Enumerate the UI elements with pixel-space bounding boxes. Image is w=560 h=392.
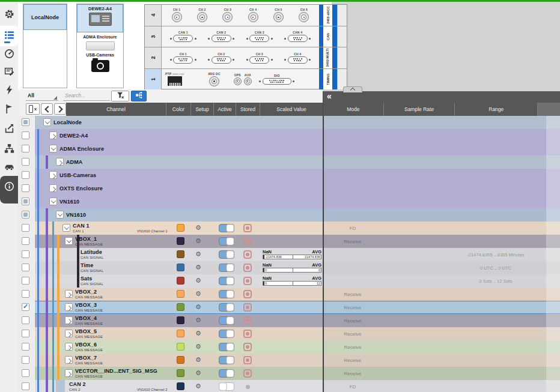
active-toggle[interactable]: [219, 290, 234, 298]
row-checkbox[interactable]: [22, 343, 29, 351]
row-checkbox[interactable]: [22, 277, 29, 285]
stored-indicator[interactable]: [243, 290, 252, 298]
collapse-panel-button[interactable]: «: [327, 91, 331, 101]
color-swatch[interactable]: [177, 356, 184, 364]
row-checkbox[interactable]: [22, 184, 29, 192]
expand-node-icon[interactable]: [65, 343, 73, 351]
column-options-button[interactable]: x: [26, 103, 40, 115]
range-cell[interactable]: 0 Sats .. 12 Sats: [454, 274, 537, 288]
mode-cell[interactable]: Receive: [324, 301, 382, 314]
device-row[interactable]: USB-Cameras: [18, 169, 560, 182]
active-toggle[interactable]: [219, 277, 234, 285]
device-card[interactable]: DEWE2-A4 ADMA Enclosure USB-Cameras: [76, 4, 124, 88]
signal-row[interactable]: SatsCAN SIGNAL⚙NaNAVG0120 Sats .. 12 Sat…: [18, 274, 560, 288]
expand-node-icon[interactable]: [56, 158, 64, 166]
stored-indicator[interactable]: [243, 277, 252, 285]
setup-gear-icon[interactable]: ⚙: [195, 356, 201, 364]
adma-enclosure-item[interactable]: ADMA Enclosure: [77, 32, 123, 50]
stored-indicator[interactable]: [243, 250, 252, 259]
setup-gear-icon[interactable]: ⚙: [195, 382, 201, 390]
channel-row[interactable]: CAN 1CAN 1VN1610 Channel 1⚙FD: [18, 222, 560, 235]
header-scaled-value[interactable]: Scaled Value: [260, 103, 323, 116]
row-checkbox[interactable]: [22, 303, 29, 311]
device-row[interactable]: VN1610: [18, 195, 560, 208]
header-color[interactable]: Color: [166, 103, 190, 116]
header-active[interactable]: Active: [213, 103, 236, 116]
color-swatch[interactable]: [177, 277, 184, 285]
row-checkbox[interactable]: [22, 224, 29, 232]
color-swatch[interactable]: [177, 264, 184, 271]
setup-gear-icon[interactable]: ⚙: [195, 290, 201, 298]
color-swatch[interactable]: [177, 290, 184, 298]
expand-node-icon[interactable]: [49, 171, 57, 179]
channel-row[interactable]: VBOX_7CAN MESSAGE⚙Receive: [18, 354, 560, 367]
expand-node-icon[interactable]: [49, 131, 57, 139]
slot-number[interactable]: 1: [145, 69, 162, 90]
stored-indicator[interactable]: [243, 224, 252, 232]
local-node-card[interactable]: LocalNode: [23, 4, 67, 88]
stored-indicator[interactable]: [243, 369, 252, 378]
stored-indicator[interactable]: [243, 356, 252, 364]
stored-indicator[interactable]: [243, 316, 252, 325]
device-row[interactable]: LocalNode: [18, 116, 560, 129]
channel-row[interactable]: VBOX_4CAN MESSAGE⚙Receive: [18, 314, 560, 327]
active-toggle[interactable]: [219, 264, 234, 272]
setup-gear-icon[interactable]: ⚙: [195, 343, 201, 351]
header-setup[interactable]: Setup: [190, 103, 213, 116]
channel-row[interactable]: VBOX_3CAN MESSAGE⚙Receive: [18, 301, 560, 314]
header-sample-rate[interactable]: Sample Rate: [383, 103, 455, 116]
setup-gear-icon[interactable]: ⚙: [195, 316, 201, 324]
color-swatch[interactable]: [177, 303, 184, 311]
row-checkbox[interactable]: [22, 290, 29, 298]
setup-gear-icon[interactable]: ⚙: [195, 264, 201, 271]
mode-cell[interactable]: Receive: [324, 367, 382, 380]
nav-back-button[interactable]: [41, 103, 53, 115]
device-row[interactable]: VN1610: [18, 208, 560, 222]
expand-node-icon[interactable]: [65, 290, 73, 298]
row-checkbox[interactable]: [22, 211, 29, 219]
collapse-node-icon[interactable]: [65, 237, 73, 245]
row-checkbox[interactable]: [22, 118, 29, 126]
collapse-node-icon[interactable]: [49, 145, 57, 152]
setup-gear-icon[interactable]: ⚙: [195, 303, 201, 311]
setup-gear-icon[interactable]: ⚙: [195, 277, 201, 285]
row-checkbox[interactable]: [22, 237, 29, 245]
row-checkbox[interactable]: [22, 330, 29, 337]
header-mode[interactable]: Mode: [323, 103, 383, 116]
color-swatch[interactable]: [177, 369, 184, 377]
row-checkbox[interactable]: [22, 145, 29, 152]
row-checkbox[interactable]: [22, 250, 29, 258]
color-swatch[interactable]: [177, 224, 184, 232]
row-checkbox[interactable]: [22, 369, 29, 377]
slot-number[interactable]: 4: [145, 5, 162, 26]
collapse-node-icon[interactable]: [56, 211, 64, 219]
setup-gear-icon[interactable]: ⚙: [195, 250, 201, 258]
channel-row[interactable]: CAN 2CAN 2VN1610 Channel 2⚙FD: [18, 380, 560, 392]
color-swatch[interactable]: [177, 316, 184, 324]
collapse-node-icon[interactable]: [43, 118, 51, 126]
slot-number[interactable]: 2: [145, 47, 162, 68]
setup-gear-icon[interactable]: ⚙: [195, 224, 201, 232]
expand-node-icon[interactable]: [65, 303, 73, 311]
color-swatch[interactable]: [177, 237, 184, 245]
expand-node-icon[interactable]: [65, 356, 73, 364]
mode-cell[interactable]: Receive: [324, 314, 382, 327]
stored-indicator[interactable]: [243, 264, 252, 272]
sidebar-item-info[interactable]: [0, 180, 18, 194]
device-row[interactable]: ADMA Enclosure: [18, 142, 560, 155]
color-swatch[interactable]: [177, 330, 184, 337]
device-row[interactable]: DEWE2-A4: [18, 129, 560, 142]
collapse-node-icon[interactable]: [62, 224, 70, 232]
mode-cell[interactable]: FD: [324, 380, 382, 392]
expand-node-icon[interactable]: [49, 184, 57, 192]
active-toggle[interactable]: [219, 382, 234, 391]
setup-gear-icon[interactable]: ⚙: [195, 237, 201, 245]
stored-indicator[interactable]: [243, 330, 252, 338]
stored-indicator[interactable]: [243, 343, 252, 351]
collapse-node-icon[interactable]: [49, 198, 57, 205]
channel-row[interactable]: VECTOR__IND...ENT_SIG_MSGCAN MESSAGE⚙Rec…: [18, 367, 560, 380]
nav-forward-button[interactable]: [54, 103, 66, 115]
mode-cell[interactable]: Receive: [324, 340, 382, 354]
active-toggle[interactable]: [219, 237, 234, 246]
range-cell[interactable]: 0 UTC .. 0 UTC: [454, 261, 537, 274]
